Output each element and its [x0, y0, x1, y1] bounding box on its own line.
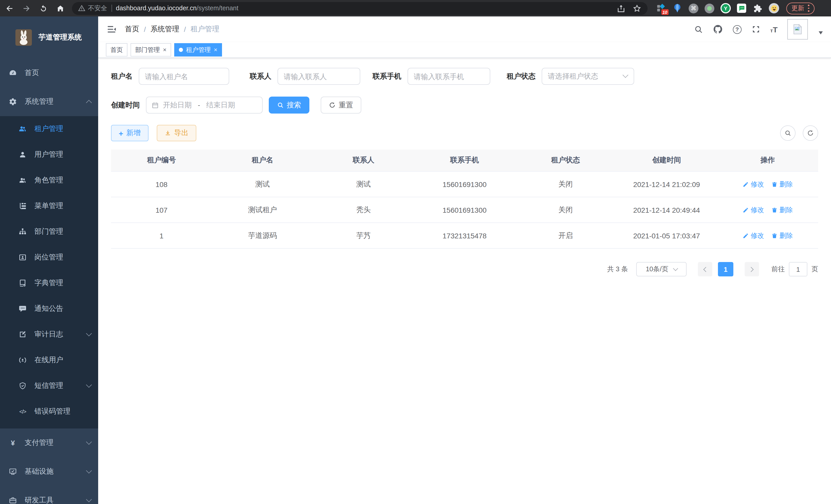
cell-tenant-id: 107 — [111, 197, 212, 223]
sidebar-item-menu[interactable]: 菜单管理 — [0, 193, 98, 219]
date-end-placeholder: 结束日期 — [206, 100, 235, 110]
sidebar-item-post[interactable]: 岗位管理 — [0, 244, 98, 270]
back-icon[interactable] — [5, 4, 14, 12]
delete-link[interactable]: 删除 — [771, 180, 793, 189]
caret-down-icon[interactable] — [819, 31, 823, 34]
sidebar-item-sms[interactable]: 短信管理 — [0, 373, 98, 399]
search-icon[interactable] — [694, 25, 703, 34]
page-1-button[interactable]: 1 — [718, 262, 733, 276]
sidebar-toggle-button[interactable] — [106, 24, 117, 34]
mobile-input[interactable] — [407, 68, 490, 85]
col-mobile: 联系手机 — [414, 149, 515, 171]
tab-home[interactable]: 首页 — [106, 43, 127, 57]
update-button[interactable]: 更新 — [786, 2, 814, 14]
omnibox[interactable]: 不安全 dashboard.yudao.iocoder.cn/system/te… — [72, 2, 648, 14]
cell-contact: 秃头 — [313, 197, 414, 223]
status-label: 租户状态 — [507, 72, 536, 81]
status-select[interactable]: 请选择租户状态 — [542, 68, 634, 85]
sidebar-item-user[interactable]: 用户管理 — [0, 142, 98, 168]
sidebar-item-home[interactable]: 首页 — [0, 59, 98, 87]
filter-row-1: 租户名 联系人 联系手机 租户状态 请选择租户状态 — [111, 68, 818, 85]
reset-button[interactable]: 重置 — [321, 97, 361, 114]
extensions-puzzle-icon[interactable] — [752, 3, 763, 13]
edit-link[interactable]: 修改 — [742, 205, 764, 214]
goto-page-input[interactable] — [789, 262, 807, 276]
sidebar-item-pay[interactable]: ¥ 支付管理 — [0, 428, 98, 457]
sidebar-item-label: 菜单管理 — [34, 201, 63, 211]
sidebar-item-label: 在线用户 — [34, 356, 63, 365]
extension-chat-icon[interactable] — [737, 4, 746, 13]
sidebar-item-errorcode[interactable]: </> 错误码管理 — [0, 399, 98, 424]
edit-link[interactable]: 修改 — [742, 180, 764, 189]
logo-row: 芋道管理系统 — [0, 17, 98, 59]
next-page-button[interactable] — [745, 262, 759, 276]
chevron-down-icon — [86, 497, 92, 502]
extension-y-icon[interactable]: Y — [720, 3, 731, 13]
edit-pencil-icon — [742, 181, 748, 187]
pagination: 共 3 条 10条/页 1 前往 页 — [111, 262, 818, 276]
close-icon[interactable] — [214, 47, 218, 53]
breadcrumb-home[interactable]: 首页 — [125, 25, 139, 34]
chevron-down-icon — [86, 468, 92, 474]
forward-icon[interactable] — [22, 4, 31, 12]
date-range-picker[interactable]: 开始日期 - 结束日期 — [146, 97, 263, 114]
delete-link[interactable]: 删除 — [771, 231, 793, 240]
page-size-select[interactable]: 10条/页 — [636, 262, 687, 276]
sidebar-item-label: 部门管理 — [34, 227, 63, 236]
tab-dept[interactable]: 部门管理 — [131, 43, 171, 57]
breadcrumb-system[interactable]: 系统管理 — [150, 25, 179, 34]
reload-icon[interactable] — [39, 4, 48, 12]
cell-created: 2021-12-14 21:02:09 — [616, 171, 717, 197]
extension-adblock-icon[interactable]: 10 — [656, 3, 666, 13]
y-letter: Y — [721, 4, 730, 12]
font-size-icon[interactable]: тT — [770, 25, 778, 34]
browser-menu-icon[interactable] — [808, 5, 809, 12]
sidebar-item-tenant[interactable]: 租户管理 — [0, 116, 98, 142]
security-badge[interactable]: 不安全 — [78, 4, 107, 12]
export-button[interactable]: 导出 — [157, 125, 196, 141]
chevron-down-icon — [623, 72, 629, 78]
prev-page-button[interactable] — [698, 262, 712, 276]
sidebar-item-devtools[interactable]: 研发工具 — [0, 486, 98, 504]
extension-avatar-emoji[interactable] — [769, 3, 779, 13]
sidebar-item-infra[interactable]: 基础设施 — [0, 457, 98, 486]
toggle-search-button[interactable] — [780, 125, 796, 141]
help-icon[interactable]: ? — [733, 25, 742, 34]
github-icon[interactable] — [713, 24, 723, 34]
sidebar-item-online[interactable]: 在线用户 — [0, 347, 98, 373]
refresh-table-button[interactable] — [803, 125, 818, 141]
sidebar-item-dict[interactable]: 字典管理 — [0, 270, 98, 296]
cell-created: 2021-01-05 17:03:47 — [616, 223, 717, 248]
sidebar-item-dept[interactable]: 部门管理 — [0, 219, 98, 244]
table-row: 107 测试租户 秃头 15601691300 关闭 2021-12-14 20… — [111, 197, 818, 223]
home-icon[interactable] — [56, 4, 65, 12]
toolbox-icon — [9, 496, 17, 504]
extension-command-icon[interactable]: ⌘ — [689, 3, 698, 13]
chevron-up-icon — [86, 100, 92, 106]
extension-balloon-icon[interactable] — [672, 3, 683, 13]
hamburger-fold-icon — [106, 24, 117, 34]
tenant-name-input[interactable] — [139, 68, 229, 85]
edit-link[interactable]: 修改 — [742, 231, 764, 240]
cell-tenant-name: 测试租户 — [212, 197, 313, 223]
tab-label: 部门管理 — [135, 46, 160, 54]
avatar[interactable] — [787, 19, 808, 39]
sidebar-item-role[interactable]: 角色管理 — [0, 168, 98, 193]
sidebar-item-notice[interactable]: 通知公告 — [0, 296, 98, 322]
bookmark-star-icon[interactable] — [633, 4, 641, 12]
sidebar-item-audit[interactable]: 审计日志 — [0, 322, 98, 347]
security-label: 不安全 — [88, 4, 107, 12]
fullscreen-icon[interactable] — [751, 25, 761, 34]
contact-input[interactable] — [278, 68, 360, 85]
extension-gray-green-icon[interactable] — [705, 3, 714, 13]
search-button[interactable]: 搜索 — [269, 97, 309, 114]
share-icon[interactable] — [617, 4, 625, 12]
sidebar-item-system[interactable]: 系统管理 — [0, 87, 98, 116]
add-button[interactable]: 新增 — [111, 125, 148, 141]
org-chart-icon — [19, 228, 27, 236]
delete-link[interactable]: 删除 — [771, 205, 793, 214]
tab-tenant[interactable]: 租户管理 — [174, 43, 222, 57]
user-icon — [19, 151, 27, 159]
close-icon[interactable] — [163, 47, 167, 53]
dict-book-icon — [19, 279, 27, 287]
